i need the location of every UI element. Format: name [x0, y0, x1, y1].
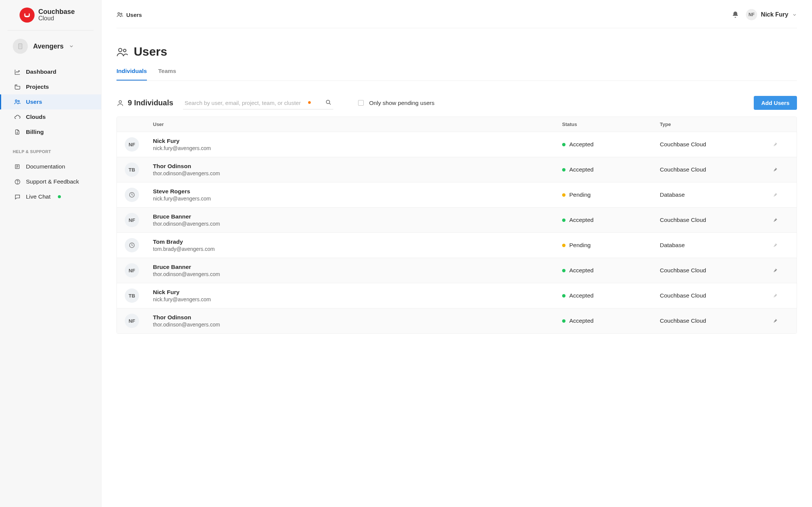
user-type: Database: [654, 242, 767, 249]
help-icon: [14, 179, 21, 185]
tabs: IndividualsTeams: [116, 65, 797, 81]
table-header: User Status Type: [117, 117, 797, 132]
pin-button[interactable]: [767, 243, 797, 248]
sidebar-item-label: Projects: [26, 83, 49, 90]
status-text: Accepted: [569, 141, 594, 148]
pin-button[interactable]: [767, 167, 797, 172]
brand-logo: Couchbase Cloud: [8, 8, 94, 30]
pin-button[interactable]: [767, 293, 797, 298]
primary-nav: DashboardProjectsUsersCloudsBilling: [0, 62, 101, 140]
sidebar-item-label: Users: [26, 99, 42, 105]
user-name: Thor Odinson: [153, 314, 550, 321]
user-icon: [116, 99, 124, 107]
clock-icon: [125, 188, 139, 202]
user-type: Couchbase Cloud: [654, 217, 767, 223]
table-row[interactable]: Steve Rogersnick.fury@avengers.comPendin…: [117, 182, 797, 207]
user-avatar: NF: [125, 314, 139, 328]
list-toolbar: 9 Individuals Only show pending users Ad…: [116, 81, 797, 117]
user-avatar: NF: [125, 263, 139, 278]
pin-button[interactable]: [767, 318, 797, 323]
svg-point-8: [119, 48, 122, 52]
user-email: tom.brady@avengers.com: [153, 246, 550, 252]
users-icon: [14, 99, 21, 105]
svg-rect-0: [19, 44, 22, 49]
user-avatar: NF: [746, 9, 757, 20]
status-dot-icon: [562, 219, 566, 222]
user-email: thor.odinson@avengers.com: [153, 170, 550, 176]
pin-button[interactable]: [767, 217, 797, 223]
status-dot-icon: [562, 168, 566, 172]
sidebar-item-label: Clouds: [26, 114, 46, 120]
status-dot-icon: [562, 193, 566, 197]
user-name: Bruce Banner: [153, 264, 550, 270]
add-users-button[interactable]: Add Users: [754, 96, 797, 110]
user-menu[interactable]: NF Nick Fury: [746, 9, 797, 20]
status-dot-icon: [58, 195, 61, 198]
brand-logo-mark: [20, 8, 35, 23]
pending-only-label: Only show pending users: [369, 100, 434, 106]
user-name: Bruce Banner: [153, 213, 550, 220]
status-dot-icon: [562, 319, 566, 323]
pin-button[interactable]: [767, 268, 797, 273]
user-email: thor.odinson@avengers.com: [153, 221, 550, 227]
user-avatar: TB: [125, 288, 139, 303]
svg-line-12: [329, 103, 331, 105]
user-name: Tom Brady: [153, 238, 550, 245]
search-wrap: [183, 97, 333, 109]
search-icon[interactable]: [325, 99, 332, 106]
table-row[interactable]: NFThor Odinsonthor.odinson@avengers.comA…: [117, 308, 797, 333]
chat-icon: [14, 194, 21, 200]
user-name: Steve Rogers: [153, 188, 550, 195]
status-dot-icon: [562, 143, 566, 146]
sidebar-item-label: Documentation: [26, 163, 65, 170]
user-email: thor.odinson@avengers.com: [153, 271, 550, 277]
svg-point-6: [118, 13, 120, 15]
pending-only-checkbox[interactable]: Only show pending users: [358, 100, 434, 106]
chart-line-icon: [14, 69, 21, 75]
notifications-button[interactable]: [732, 11, 739, 18]
svg-point-9: [123, 49, 126, 52]
pin-button[interactable]: [767, 142, 797, 147]
sidebar-item-documentation[interactable]: Documentation: [0, 159, 101, 174]
sidebar-item-support-feedback[interactable]: Support & Feedback: [0, 174, 101, 189]
sidebar-item-projects[interactable]: Projects: [0, 79, 101, 94]
table-row[interactable]: NFBruce Bannerthor.odinson@avengers.comA…: [117, 207, 797, 232]
tab-teams[interactable]: Teams: [158, 65, 176, 80]
sidebar-item-dashboard[interactable]: Dashboard: [0, 64, 101, 79]
user-email: nick.fury@avengers.com: [153, 196, 550, 202]
clock-icon: [125, 238, 139, 252]
user-type: Couchbase Cloud: [654, 292, 767, 299]
table-row[interactable]: NFNick Furynick.fury@avengers.comAccepte…: [117, 132, 797, 157]
table-row[interactable]: Tom Bradytom.brady@avengers.comPendingDa…: [117, 232, 797, 258]
brand-line2: Cloud: [38, 15, 75, 22]
user-avatar: NF: [125, 213, 139, 227]
svg-point-2: [18, 100, 20, 102]
sidebar-item-live-chat[interactable]: Live Chat: [0, 189, 101, 204]
tab-individuals[interactable]: Individuals: [116, 65, 147, 80]
sidebar-item-clouds[interactable]: Clouds: [0, 109, 101, 124]
sidebar-item-label: Support & Feedback: [26, 178, 79, 185]
svg-point-7: [121, 13, 122, 15]
table-row[interactable]: TBNick Furynick.fury@avengers.comAccepte…: [117, 283, 797, 308]
table-row[interactable]: NFBruce Bannerthor.odinson@avengers.comA…: [117, 258, 797, 283]
status-text: Accepted: [569, 317, 594, 324]
org-selector[interactable]: Avengers: [0, 30, 101, 62]
user-avatar: NF: [125, 137, 139, 152]
sidebar-item-users[interactable]: Users: [0, 94, 101, 109]
folder-icon: [14, 84, 21, 90]
indicator-dot-icon: [308, 101, 311, 104]
sidebar-item-label: Dashboard: [26, 68, 56, 75]
user-type: Couchbase Cloud: [654, 166, 767, 173]
user-email: nick.fury@avengers.com: [153, 145, 550, 151]
search-input[interactable]: [183, 97, 333, 109]
sidebar-item-label: Billing: [26, 129, 44, 135]
user-name: Nick Fury: [761, 11, 788, 18]
cloud-icon: [14, 114, 21, 120]
col-status: Status: [556, 121, 654, 127]
page-title-row: Users: [116, 28, 797, 65]
table-row[interactable]: TBThor Odinsonthor.odinson@avengers.comA…: [117, 157, 797, 182]
sidebar-item-billing[interactable]: Billing: [0, 124, 101, 140]
pin-button[interactable]: [767, 192, 797, 197]
sidebar-item-label: Live Chat: [26, 193, 50, 200]
count-block: 9 Individuals: [116, 99, 173, 107]
